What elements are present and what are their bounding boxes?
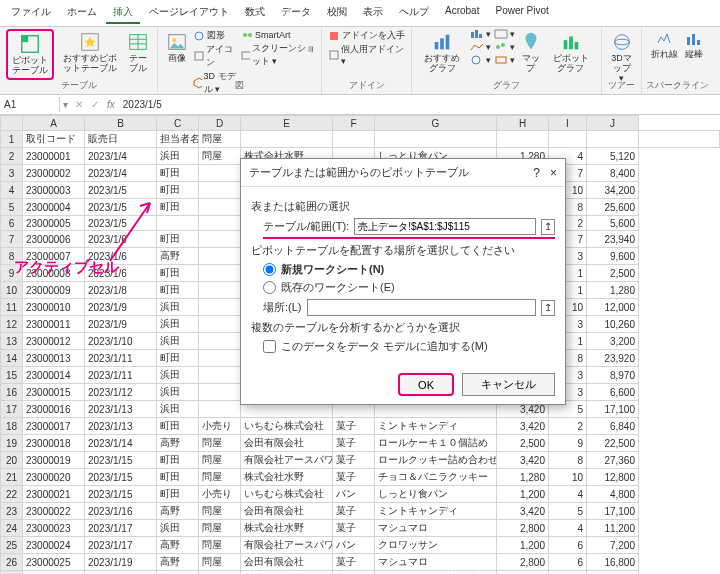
cell[interactable]: 浜田 bbox=[157, 148, 199, 165]
cell[interactable]: 担当者名 bbox=[157, 131, 199, 148]
row-header[interactable]: 6 bbox=[1, 216, 23, 231]
namebox-dropdown-icon[interactable]: ▾ bbox=[60, 99, 71, 110]
cell[interactable]: しっとり食パン bbox=[375, 486, 497, 503]
cell[interactable]: 有限会社アースパワー bbox=[241, 537, 333, 554]
cell[interactable]: 23000022 bbox=[23, 503, 85, 520]
cell[interactable]: 1,200 bbox=[497, 486, 549, 503]
cell[interactable] bbox=[199, 216, 241, 231]
cell[interactable]: 2023/1/13 bbox=[85, 401, 157, 418]
cell[interactable]: いちむら株式会社 bbox=[241, 486, 333, 503]
cell[interactable]: 23,940 bbox=[587, 231, 639, 248]
row-header[interactable]: 15 bbox=[1, 367, 23, 384]
row-header[interactable]: 23 bbox=[1, 503, 23, 520]
smartart-button[interactable]: SmartArt bbox=[241, 29, 315, 41]
cell[interactable]: 高野 bbox=[157, 248, 199, 265]
cell[interactable]: 11,200 bbox=[587, 520, 639, 537]
check-datamodel-input[interactable] bbox=[263, 340, 276, 353]
cell[interactable]: パン bbox=[333, 486, 375, 503]
cell[interactable]: 23000007 bbox=[23, 248, 85, 265]
cell[interactable]: 2023/1/5 bbox=[85, 216, 157, 231]
cell[interactable]: 2,500 bbox=[497, 435, 549, 452]
col-header-I[interactable]: I bbox=[549, 116, 587, 131]
cell[interactable]: 問屋 bbox=[199, 469, 241, 486]
cell[interactable]: 会田有限会社 bbox=[241, 503, 333, 520]
cell[interactable] bbox=[199, 248, 241, 265]
cell[interactable]: 高野 bbox=[157, 435, 199, 452]
cell[interactable]: 浜田 bbox=[157, 299, 199, 316]
chart-type-6[interactable]: ▾ bbox=[494, 55, 515, 65]
cell[interactable]: 5,600 bbox=[587, 216, 639, 231]
cell[interactable]: 高野 bbox=[157, 503, 199, 520]
cell[interactable]: 2 bbox=[549, 418, 587, 435]
cell[interactable]: 問屋 bbox=[199, 131, 241, 148]
cell[interactable]: 2023/1/9 bbox=[85, 316, 157, 333]
cell[interactable]: 3,420 bbox=[497, 418, 549, 435]
cell[interactable]: 23000011 bbox=[23, 316, 85, 333]
range-picker-button[interactable]: ↥ bbox=[541, 219, 555, 235]
cell[interactable]: 2023/1/13 bbox=[85, 418, 157, 435]
cell[interactable]: 34,200 bbox=[587, 182, 639, 199]
sparkline-col-button[interactable]: 縦棒 bbox=[683, 29, 705, 62]
cell[interactable]: 6,600 bbox=[587, 384, 639, 401]
name-box[interactable]: A1 bbox=[0, 97, 60, 112]
cell[interactable]: 23000008 bbox=[23, 265, 85, 282]
cell[interactable] bbox=[199, 182, 241, 199]
row-header[interactable]: 27 bbox=[1, 571, 23, 575]
cell[interactable]: 23000012 bbox=[23, 333, 85, 350]
recommended-chart-button[interactable]: おすすめグラフ bbox=[418, 29, 467, 76]
row-header[interactable]: 8 bbox=[1, 248, 23, 265]
cell[interactable]: ロールケーキ１０個詰め bbox=[375, 435, 497, 452]
cell[interactable]: 23000018 bbox=[23, 435, 85, 452]
cell[interactable]: 23000024 bbox=[23, 537, 85, 554]
dialog-close-button[interactable]: × bbox=[550, 166, 557, 180]
row-header[interactable]: 25 bbox=[1, 537, 23, 554]
cell[interactable]: 2023/1/19 bbox=[85, 554, 157, 571]
cell[interactable]: 取引コード bbox=[23, 131, 85, 148]
cell[interactable]: 8,970 bbox=[587, 367, 639, 384]
formula-input[interactable]: 2023/1/5 bbox=[119, 97, 166, 112]
range-input[interactable] bbox=[354, 218, 536, 235]
col-header-E[interactable]: E bbox=[241, 116, 333, 131]
cell[interactable]: 2023/1/10 bbox=[85, 333, 157, 350]
cell[interactable]: 問屋 bbox=[199, 554, 241, 571]
chart-type-4[interactable]: ▾ bbox=[494, 29, 515, 39]
cell[interactable]: 25,600 bbox=[587, 199, 639, 216]
cell[interactable]: 23000009 bbox=[23, 282, 85, 299]
cell[interactable]: 川越有限会社 bbox=[241, 571, 333, 575]
row-header[interactable]: 16 bbox=[1, 384, 23, 401]
cell[interactable]: 23000003 bbox=[23, 182, 85, 199]
cell[interactable]: 小売り bbox=[199, 418, 241, 435]
cell[interactable]: 町田 bbox=[157, 350, 199, 367]
cell[interactable] bbox=[199, 384, 241, 401]
cell[interactable]: 1,280 bbox=[497, 469, 549, 486]
cell[interactable]: 問屋 bbox=[199, 503, 241, 520]
cell[interactable]: 2023/1/19 bbox=[85, 571, 157, 575]
row-header[interactable]: 11 bbox=[1, 299, 23, 316]
cell[interactable]: 5,120 bbox=[587, 148, 639, 165]
row-header[interactable]: 7 bbox=[1, 231, 23, 248]
cell[interactable]: 8 bbox=[549, 452, 587, 469]
cell[interactable]: 23000006 bbox=[23, 231, 85, 248]
cell[interactable]: 2023/1/5 bbox=[85, 199, 157, 216]
cell[interactable] bbox=[199, 367, 241, 384]
cell[interactable]: いちむら株式会社 bbox=[241, 418, 333, 435]
cell[interactable] bbox=[375, 131, 497, 148]
cell[interactable]: 22,500 bbox=[587, 435, 639, 452]
cell[interactable]: 会田有限会社 bbox=[241, 554, 333, 571]
col-header-J[interactable]: J bbox=[587, 116, 639, 131]
row-header[interactable]: 2 bbox=[1, 148, 23, 165]
col-header-F[interactable]: F bbox=[333, 116, 375, 131]
cell[interactable]: 菓子 bbox=[333, 503, 375, 520]
cell[interactable]: 浜田 bbox=[157, 401, 199, 418]
cell[interactable]: 浜田 bbox=[157, 571, 199, 575]
cell[interactable]: 23000021 bbox=[23, 486, 85, 503]
my-addin-button[interactable]: 個人用アドイン ▾ bbox=[328, 43, 405, 66]
tab-ページレイアウト[interactable]: ページレイアウト bbox=[142, 2, 236, 24]
cell[interactable]: 3,200 bbox=[587, 333, 639, 350]
row-header[interactable]: 12 bbox=[1, 316, 23, 333]
cell[interactable]: 23000005 bbox=[23, 216, 85, 231]
cell[interactable]: 23,920 bbox=[587, 350, 639, 367]
tab-ファイル[interactable]: ファイル bbox=[4, 2, 58, 24]
radio-existing-sheet-input[interactable] bbox=[263, 281, 276, 294]
cell[interactable]: 高野 bbox=[157, 537, 199, 554]
